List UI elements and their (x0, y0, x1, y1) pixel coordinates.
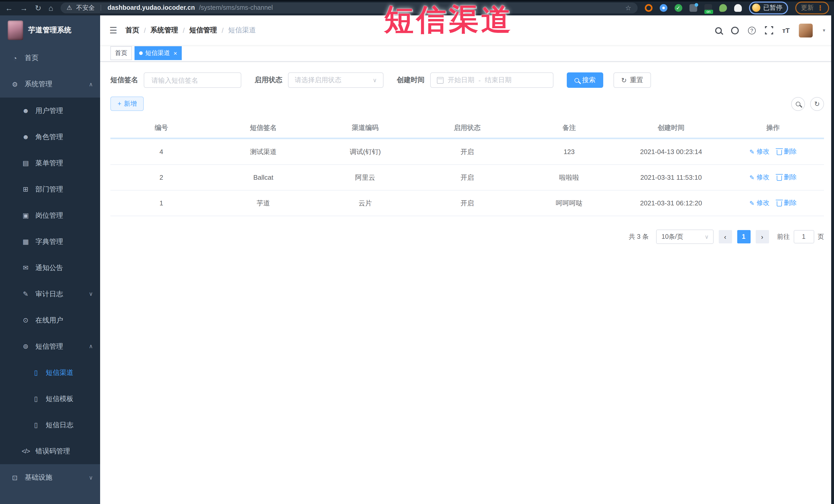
font-size-icon[interactable]: тT (783, 26, 790, 34)
browser-home-icon[interactable]: ⌂ (48, 4, 53, 12)
github-icon[interactable] (731, 26, 739, 34)
search-button[interactable]: 搜索 (567, 72, 603, 88)
logo[interactable]: 芋道管理系统 (0, 16, 100, 45)
screen: ← → ↻ ⌂ ⚠ 不安全 dashboard.yudao.iocoder.cn… (0, 0, 834, 504)
security-label: 不安全 (76, 3, 95, 12)
sidebar-item-menus[interactable]: ▤ 菜单管理 (0, 150, 100, 176)
chevron-down-icon: ∨ (705, 234, 709, 240)
breadcrumb: 首页 / 系统管理 / 短信管理 / 短信渠道 (126, 26, 256, 35)
sidebar-item-sms-channel[interactable]: ▯ 短信渠道 (0, 359, 100, 386)
jump-page-input[interactable] (793, 230, 814, 243)
date-end[interactable]: 结束日期 (485, 75, 511, 85)
sidebar-item-sms-template[interactable]: ▯ 短信模板 (0, 386, 100, 412)
extension-pin-icon[interactable] (659, 4, 667, 12)
sidebar-item-dicts[interactable]: ▦ 字典管理 (0, 228, 100, 255)
table-header: 编号 短信签名 渠道编码 启用状态 备注 创建时间 操作 (110, 118, 824, 139)
reset-button[interactable]: ↻ 重置 (614, 72, 651, 88)
breadcrumb-system[interactable]: 系统管理 (150, 26, 178, 35)
bookmark-star-icon[interactable]: ☆ (625, 4, 631, 12)
hamburger-icon[interactable]: ☰ (109, 25, 117, 36)
help-icon[interactable] (748, 26, 756, 34)
delete-link[interactable]: 删除 (776, 173, 796, 182)
chevron-down-icon: ∨ (373, 77, 377, 84)
filter-status: 启用状态 请选择启用状态 ∨ (255, 72, 383, 88)
page-content: 短信签名 启用状态 请选择启用状态 ∨ 创建时间 (100, 62, 834, 504)
extension-grid-icon[interactable] (689, 4, 697, 12)
address-bar[interactable]: ⚠ 不安全 dashboard.yudao.iocoder.cn /system… (60, 2, 637, 13)
caret-down-icon[interactable]: ▼ (822, 28, 826, 32)
extension-on-badge-icon[interactable]: on (704, 4, 712, 12)
fullscreen-icon[interactable] (765, 26, 773, 35)
navbar-actions: тT ▼ (715, 23, 826, 37)
calendar-icon (437, 77, 443, 84)
refresh-table-button[interactable]: ↻ (810, 97, 824, 111)
toggle-search-button[interactable] (791, 97, 805, 111)
extension-orange-icon[interactable] (644, 4, 652, 12)
edit-link[interactable]: ✎修改 (749, 173, 769, 182)
edit-link[interactable]: ✎修改 (749, 147, 769, 156)
browser-back-icon[interactable]: ← (5, 4, 13, 12)
tab-home[interactable]: 首页 (110, 46, 132, 60)
emoji-face-icon (752, 4, 760, 12)
sidebar-item-roles[interactable]: ☻ 角色管理 (0, 124, 100, 150)
monitor-icon: ⊡ (10, 474, 20, 481)
briefcase-icon: ▣ (21, 212, 30, 219)
page-1-button[interactable]: 1 (737, 230, 750, 243)
sidebar-item-online-users[interactable]: ⊙ 在线用户 (0, 307, 100, 333)
close-icon[interactable]: × (174, 50, 177, 56)
chevron-up-icon: ∧ (89, 81, 93, 88)
filter-time: 创建时间 开始日期 - 结束日期 (397, 72, 553, 88)
top-navbar: ☰ 首页 / 系统管理 / 短信管理 / 短信渠道 тT (100, 16, 834, 45)
browser-forward-icon[interactable]: → (20, 4, 28, 12)
date-range-picker[interactable]: 开始日期 - 结束日期 (430, 72, 553, 88)
paused-label: 已暂停 (763, 3, 783, 12)
update-button[interactable]: 更新 ⋮ (795, 1, 829, 14)
sidebar-item-infrastructure[interactable]: ⊡ 基础设施 ∨ (0, 464, 100, 491)
date-start[interactable]: 开始日期 (448, 75, 474, 85)
active-dot-icon (139, 51, 143, 55)
sidebar-item-sms[interactable]: ⊚ 短信管理 ∧ (0, 333, 100, 359)
browser-menu-icon[interactable]: ⋮ (817, 4, 824, 12)
sidebar-item-users[interactable]: ☻ 用户管理 (0, 97, 100, 124)
sidebar-item-error-codes[interactable]: </> 错误码管理 (0, 438, 100, 464)
jump-prefix: 前往 (777, 232, 790, 241)
prev-page-button[interactable]: ‹ (719, 230, 732, 243)
edit-link[interactable]: ✎修改 (749, 199, 769, 207)
breadcrumb-home[interactable]: 首页 (126, 26, 139, 35)
sidebar-item-departments[interactable]: ⊞ 部门管理 (0, 176, 100, 202)
extension-check-icon[interactable]: ✓ (674, 4, 682, 12)
search-icon[interactable] (715, 27, 722, 34)
breadcrumb-sms[interactable]: 短信管理 (190, 26, 217, 35)
sidebar-item-audit-log[interactable]: ✎ 审计日志 ∨ (0, 281, 100, 307)
sidebar-item-home[interactable]: ◔ 首页 (0, 45, 100, 71)
extension-sprout-icon[interactable] (719, 4, 727, 12)
extensions-puzzle-icon[interactable] (734, 4, 742, 12)
sign-input[interactable] (150, 76, 235, 85)
app-shell: 芋道管理系统 ◔ 首页 ⚙ 系统管理 ∧ ☻ 用户管理 ☻ 角色管理 (0, 16, 834, 504)
tab-sms-channel[interactable]: 短信渠道 × (134, 46, 182, 60)
search-icon (574, 78, 579, 82)
filter-sign: 短信签名 (110, 72, 241, 88)
next-page-button[interactable]: › (755, 230, 769, 243)
trash-icon (776, 201, 782, 206)
status-select[interactable]: 请选择启用状态 ∨ (288, 72, 383, 88)
add-button[interactable]: + 新增 (110, 96, 144, 111)
browser-reload-icon[interactable]: ↻ (35, 4, 41, 12)
sidebar-item-posts[interactable]: ▣ 岗位管理 (0, 202, 100, 228)
page-size-select[interactable]: 10条/页 ∨ (656, 229, 714, 244)
filter-form: 短信签名 启用状态 请选择启用状态 ∨ 创建时间 (110, 72, 824, 88)
paused-badge[interactable]: 已暂停 (749, 1, 788, 14)
sidebar-item-sms-log[interactable]: ▯ 短信日志 (0, 412, 100, 438)
table-toolbar: + 新增 ↻ (110, 96, 824, 111)
refresh-icon: ↻ (621, 77, 627, 84)
trash-icon (776, 176, 782, 181)
refresh-icon: ↻ (814, 101, 820, 107)
delete-link[interactable]: 删除 (776, 147, 796, 156)
sidebar-item-system[interactable]: ⚙ 系统管理 ∧ (0, 71, 100, 97)
sms-shield-icon: ⊚ (21, 343, 30, 350)
delete-link[interactable]: 删除 (776, 199, 796, 207)
avatar[interactable] (799, 23, 813, 37)
org-tree-icon: ⊞ (21, 185, 30, 193)
url-divider (101, 5, 102, 11)
sidebar-item-notices[interactable]: ✉ 通知公告 (0, 255, 100, 281)
